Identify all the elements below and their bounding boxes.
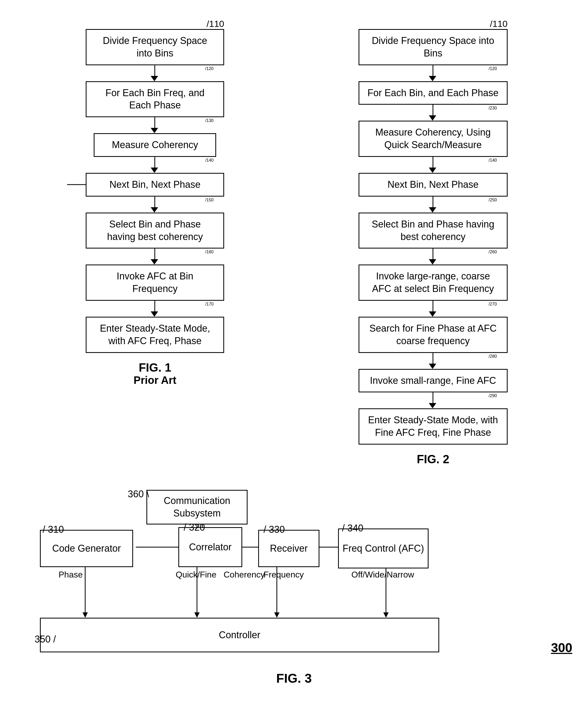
- f2-box-9-text: Enter Steady-State Mode, with Fine AFC F…: [368, 414, 498, 438]
- ref-320: / 320: [184, 522, 205, 533]
- ref-110-f2-slash: /: [490, 19, 492, 29]
- ref-140-f1: 140: [207, 158, 214, 162]
- ref-140-f2: 140: [490, 158, 497, 162]
- ref-slash-f1-2: /120: [205, 66, 213, 71]
- off-wide-narrow-label: Off/Wide/Narrow: [351, 570, 414, 580]
- ref-290: 290: [490, 393, 497, 398]
- correlator-block: Correlator: [178, 527, 242, 567]
- f1-box-4: Next Bin, Next Phase: [86, 173, 224, 197]
- ref-170: 170: [207, 302, 214, 306]
- fig1-flowchart: / 110 Divide Frequency Space into Bins /…: [27, 19, 284, 466]
- f1-box-7-text: Enter Steady-State Mode, with AFC Freq, …: [100, 323, 210, 346]
- f1-box-1: Divide Frequency Space into Bins: [86, 29, 224, 65]
- ref-slash-f1-1: /: [207, 19, 209, 29]
- ref-150-label: /150: [205, 198, 213, 202]
- receiver-text: Receiver: [270, 542, 308, 555]
- ref-130-label: /130: [205, 118, 213, 123]
- ref-270: 270: [490, 302, 497, 306]
- fig3-title: FIG. 3: [276, 671, 312, 686]
- coherency-label: Coherency: [224, 570, 265, 580]
- frequency-label: Frequency: [264, 570, 304, 580]
- fig2-title: FIG. 2: [417, 452, 449, 466]
- ref-170-label: /170: [205, 302, 213, 307]
- page: / 110 Divide Frequency Space into Bins /…: [10, 11, 578, 696]
- svg-marker-11: [83, 612, 88, 618]
- correlator-text: Correlator: [189, 541, 232, 553]
- ref-130: 130: [207, 118, 214, 123]
- f1-box-2: For Each Bin Freq, and Each Phase: [86, 81, 224, 118]
- f1-box-7: Enter Steady-State Mode, with AFC Freq, …: [86, 317, 224, 353]
- ref-310: / 310: [43, 524, 64, 535]
- f2-box-1-text: Divide Frequency Space into Bins: [372, 35, 494, 59]
- ref-280: 280: [490, 354, 497, 359]
- ref-120-f1: 120: [207, 66, 214, 71]
- ref-250: 250: [490, 198, 497, 202]
- svg-marker-17: [383, 612, 388, 618]
- f2-box-8: Invoke small-range, Fine AFC: [359, 369, 508, 392]
- ref-140-f1-label: /140: [205, 158, 213, 163]
- f1-box-3: Measure Coherency: [94, 133, 216, 157]
- f1-box-5: Select Bin and Phase having best coheren…: [86, 213, 224, 249]
- ref-110-f2: 110: [492, 19, 508, 29]
- f2-box-2-text: For Each Bin, and Each Phase: [368, 87, 499, 98]
- ref-260-label: /260: [489, 249, 497, 255]
- ref-280-label: /280: [489, 354, 497, 359]
- ref-150: 150: [207, 198, 214, 202]
- quick-fine-label: Quick/Fine: [176, 570, 216, 580]
- ref-330: / 330: [264, 524, 285, 535]
- svg-marker-13: [194, 612, 200, 618]
- f1-box-6-text: Invoke AFC at Bin Frequency: [117, 271, 193, 294]
- ref-120-f2-label: /120: [489, 66, 497, 71]
- f1-box-3-text: Measure Coherency: [112, 139, 198, 150]
- phase-label: Phase: [59, 570, 83, 580]
- fig1-subtitle: Prior Art: [134, 374, 176, 386]
- ref-120-f2: 120: [490, 66, 497, 71]
- f2-box-6: Invoke large-range, coarse AFC at select…: [359, 264, 508, 301]
- ref-300: 300: [551, 640, 572, 655]
- f2-box-5-text: Select Bin and Phase having best coheren…: [372, 219, 494, 242]
- receiver-block: Receiver: [258, 530, 319, 567]
- f1-box-4-text: Next Bin, Next Phase: [109, 179, 201, 190]
- freq-control-block: Freq Control (AFC): [338, 528, 428, 568]
- comm-subsystem-block: Communication Subsystem: [146, 490, 248, 525]
- ref-360: 360 \: [128, 488, 149, 500]
- freq-control-text: Freq Control (AFC): [342, 542, 424, 555]
- f1-box-6: Invoke AFC at Bin Frequency: [86, 264, 224, 301]
- f2-box-8-text: Invoke small-range, Fine AFC: [370, 375, 496, 386]
- ref-230: 230: [490, 106, 497, 110]
- top-section: / 110 Divide Frequency Space into Bins /…: [10, 11, 578, 474]
- f2-box-4-text: Next Bin, Next Phase: [387, 179, 479, 190]
- f2-box-5: Select Bin and Phase having best coheren…: [359, 213, 508, 249]
- fig3-section: Communication Subsystem 360 \ Code Gener…: [10, 474, 578, 696]
- ref-290-label: /290: [489, 393, 497, 398]
- fig2-flowchart: / 110 Divide Frequency Space into Bins /…: [305, 19, 562, 466]
- svg-marker-15: [274, 612, 279, 618]
- ref-250-label: /250: [489, 198, 497, 202]
- ref-110-f1: 110: [209, 19, 224, 29]
- controller-block: Controller: [40, 618, 439, 652]
- f2-box-3: Measure Coherency, Using Quick Search/Me…: [359, 121, 508, 157]
- f2-box-9: Enter Steady-State Mode, with Fine AFC F…: [359, 408, 508, 445]
- f2-box-4: Next Bin, Next Phase: [359, 173, 508, 197]
- controller-text: Controller: [219, 629, 260, 642]
- ref-350: 350 /: [35, 634, 56, 645]
- ref-230-label: /230: [489, 106, 497, 110]
- f1-box-2-text: For Each Bin Freq, and Each Phase: [105, 87, 205, 111]
- ref-160: 160: [207, 249, 214, 254]
- f2-box-2: For Each Bin, and Each Phase: [359, 81, 508, 105]
- ref-140-f2-label: /140: [489, 158, 497, 163]
- comm-subsystem-text: Communication Subsystem: [150, 495, 244, 520]
- ref-340: / 340: [342, 523, 363, 534]
- code-gen-text: Code Generator: [52, 542, 121, 555]
- ref-270-label: /270: [489, 302, 497, 307]
- f2-box-3-text: Measure Coherency, Using Quick Search/Me…: [375, 127, 491, 150]
- ref-160-label: /160: [205, 249, 213, 255]
- fig3-diagram: Communication Subsystem 360 \ Code Gener…: [32, 485, 578, 666]
- f1-box-1-text: Divide Frequency Space into Bins: [103, 35, 207, 59]
- fig1-title: FIG. 1: [139, 361, 171, 374]
- f2-box-6-text: Invoke large-range, coarse AFC at select…: [372, 271, 494, 294]
- ref-260: 260: [490, 249, 497, 254]
- f2-box-7-text: Search for Fine Phase at AFC coarse freq…: [370, 323, 497, 346]
- f1-box-5-text: Select Bin and Phase having best coheren…: [107, 219, 203, 242]
- f2-box-7: Search for Fine Phase at AFC coarse freq…: [359, 317, 508, 353]
